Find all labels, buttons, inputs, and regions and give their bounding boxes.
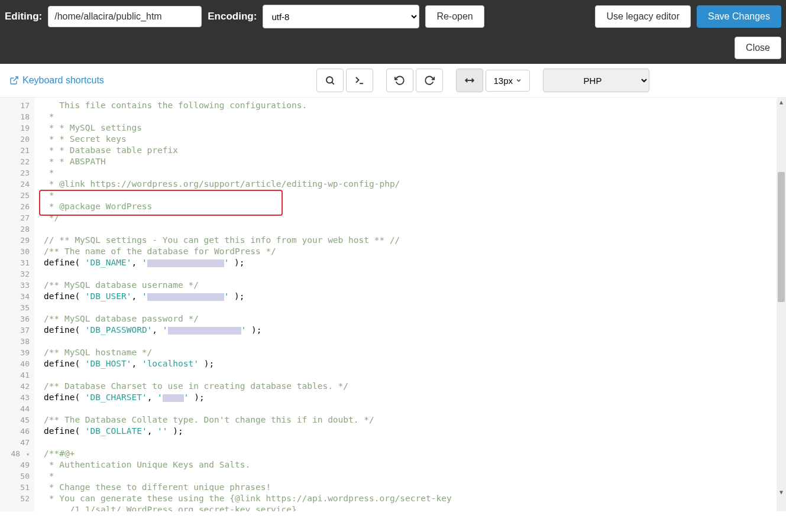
code-line[interactable]: * [44,190,786,201]
line-number: 33 [9,280,30,291]
search-icon [325,75,335,86]
code-line[interactable]: define( 'DB_NAME', '' ); [44,257,786,268]
file-path-input[interactable] [48,6,202,27]
line-number: 23 [9,167,30,179]
legacy-editor-button[interactable]: Use legacy editor [595,5,691,28]
code-editor[interactable]: 1718192021222324252627282930313233343536… [0,98,786,511]
code-line[interactable] [44,268,786,280]
encoding-label: Encoding: [208,11,257,22]
wrap-icon [464,75,475,86]
code-line[interactable]: * You can generate these using the {@lin… [44,493,786,504]
code-line[interactable]: /** MySQL hostname */ [44,347,786,358]
code-line[interactable]: * [44,471,786,482]
line-number: 40 [9,358,30,369]
reopen-button[interactable]: Re-open [425,5,484,28]
line-number: 42 [9,381,30,392]
line-number: 47 [9,437,30,448]
code-line[interactable]: /** MySQL database password */ [44,313,786,325]
line-number: 52 [9,493,30,504]
code-line[interactable]: This file contains the following configu… [44,100,786,111]
code-line[interactable]: define( 'DB_CHARSET', '' ); [44,392,786,403]
undo-icon [394,75,405,86]
code-line[interactable]: define( 'DB_HOST', 'localhost' ); [44,358,786,369]
code-line[interactable]: // ** MySQL settings - You can get this … [44,235,786,246]
scroll-up-arrow[interactable]: ▲ [777,98,786,107]
keyboard-shortcuts-link[interactable]: Keyboard shortcuts [9,75,104,86]
line-number: 49 [9,459,30,471]
terminal-button[interactable] [346,69,373,92]
line-number: 34 [9,291,30,302]
redo-button[interactable] [416,69,443,92]
line-number: 20 [9,134,30,145]
code-line[interactable]: * Change these to different unique phras… [44,482,786,493]
scroll-down-arrow[interactable]: ▼ [777,488,786,497]
line-number: 25 [9,190,30,201]
code-line[interactable]: define( 'DB_USER', '' ); [44,291,786,302]
encoding-select[interactable]: utf-8 [263,5,419,28]
code-line[interactable]: * * ABSPATH [44,156,786,167]
language-select[interactable]: PHP [543,69,649,92]
fontsize-value: 13px [493,76,513,86]
line-number: 38 [9,336,30,347]
line-number: 19 [9,122,30,134]
line-number: 43 [9,392,30,403]
shortcuts-label: Keyboard shortcuts [22,75,104,86]
line-number: 31 [9,257,30,268]
scrollbar-thumb[interactable] [778,172,785,302]
wrap-button[interactable] [456,69,483,92]
line-number: 46 [9,426,30,437]
code-line[interactable] [44,223,786,235]
line-number: 39 [9,347,30,358]
code-line[interactable]: * Authentication Unique Keys and Salts. [44,459,786,471]
svg-point-1 [326,77,333,83]
undo-button[interactable] [386,69,413,92]
code-line[interactable]: * * MySQL settings [44,122,786,134]
fontsize-select[interactable]: 13px [486,70,530,92]
line-number: 35 [9,302,30,313]
line-number: 28 [9,223,30,235]
search-button[interactable] [316,69,344,92]
line-number: 44 [9,403,30,414]
save-button[interactable]: Save Changes [697,5,781,28]
code-line[interactable] [44,336,786,347]
line-number: 37 [9,325,30,336]
code-line[interactable]: define( 'DB_COLLATE', '' ); [44,426,786,437]
editing-label: Editing: [5,11,42,22]
code-line[interactable]: define( 'DB_PASSWORD', '' ); [44,325,786,336]
code-line[interactable]: * * Database table prefix [44,145,786,156]
external-link-icon [9,76,19,85]
code-line[interactable]: /** MySQL database username */ [44,280,786,291]
line-number: 17 [9,100,30,111]
code-line[interactable] [44,369,786,381]
chevron-down-icon [515,77,522,84]
line-number: 22 [9,156,30,167]
line-number: 50 [9,471,30,482]
line-number: 30 [9,246,30,257]
code-line[interactable]: * [44,111,786,122]
code-line[interactable]: * @package WordPress [44,201,786,212]
line-number: 32 [9,268,30,280]
line-number: 26 [9,201,30,212]
code-line[interactable]: /**#@+ [44,448,786,459]
close-button[interactable]: Close [735,37,781,59]
line-number [9,504,30,511]
line-number: 45 [9,414,30,426]
code-line[interactable]: * @link https://wordpress.org/support/ar… [44,179,786,190]
code-line[interactable]: */ [44,212,786,223]
code-line[interactable]: /** The name of the database for WordPre… [44,246,786,257]
line-number: 51 [9,482,30,493]
code-line[interactable] [44,403,786,414]
code-line[interactable]: /** The Database Collate type. Don't cha… [44,414,786,426]
code-line[interactable]: * [44,167,786,179]
line-number: 27 [9,212,30,223]
code-line[interactable] [44,302,786,313]
code-line[interactable]: * * Secret keys [44,134,786,145]
line-number: 36 [9,313,30,325]
line-number-gutter: 1718192021222324252627282930313233343536… [0,98,34,511]
code-line[interactable] [44,437,786,448]
line-number: 18 [9,111,30,122]
line-number: 24 [9,179,30,190]
code-line[interactable]: /** Database Charset to use in creating … [44,381,786,392]
code-line[interactable]: /1.1/salt/ WordPress.org secret-key serv… [44,504,786,511]
vertical-scrollbar[interactable]: ▲ ▼ [777,98,786,511]
